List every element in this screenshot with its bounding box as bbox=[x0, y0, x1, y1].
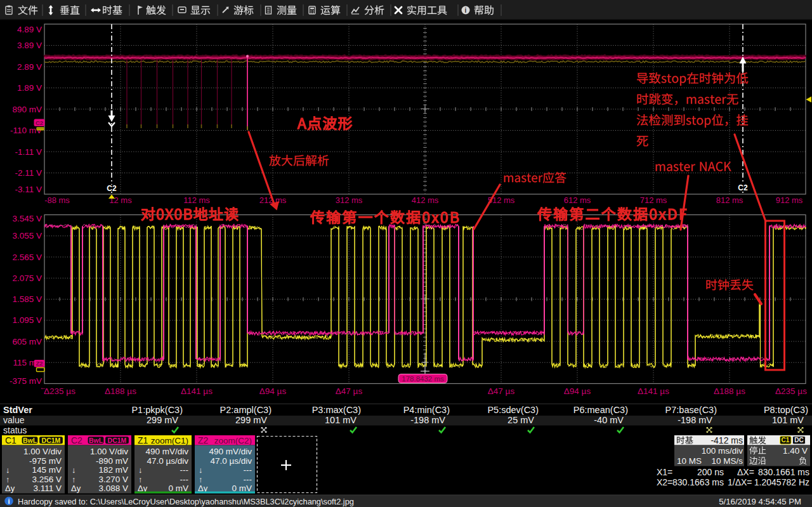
svg-text:1.00 V/div: 1.00 V/div bbox=[90, 447, 128, 456]
svg-text:i: i bbox=[465, 7, 467, 14]
svg-text:↑: ↑ bbox=[199, 475, 203, 484]
svg-text:C2: C2 bbox=[71, 435, 82, 445]
svg-text:P8:top(C3): P8:top(C3) bbox=[764, 405, 808, 415]
svg-text:↓: ↓ bbox=[72, 465, 76, 475]
svg-text:DC1M: DC1M bbox=[108, 437, 127, 444]
svg-text:-375 mV: -375 mV bbox=[10, 376, 42, 386]
svg-text:25 mV: 25 mV bbox=[508, 415, 534, 425]
svg-text:P2:ampl(C3): P2:ampl(C3) bbox=[220, 405, 272, 415]
svg-text:---: --- bbox=[244, 465, 252, 475]
svg-text:-1.11 V: -1.11 V bbox=[15, 147, 42, 157]
svg-text:P7:base(C3): P7:base(C3) bbox=[665, 405, 717, 415]
svg-text:2.565 V: 2.565 V bbox=[12, 253, 42, 262]
svg-text:47.0 µs/div: 47.0 µs/div bbox=[210, 456, 252, 466]
svg-text:ΔX=: ΔX= bbox=[737, 467, 754, 477]
svg-text:P3:max(C3): P3:max(C3) bbox=[312, 405, 361, 415]
svg-text:-412 ms: -412 ms bbox=[710, 435, 743, 445]
svg-text:Z1: Z1 bbox=[138, 435, 148, 445]
svg-text:Δ141 µs: Δ141 µs bbox=[638, 386, 669, 396]
svg-text:-88 ms: -88 ms bbox=[44, 195, 70, 205]
svg-text:-198 mV: -198 mV bbox=[410, 415, 445, 425]
svg-text:490 mV/div: 490 mV/div bbox=[145, 447, 188, 456]
svg-text:3.89 V: 3.89 V bbox=[17, 41, 42, 50]
svg-text:100 ms/div: 100 ms/div bbox=[702, 446, 743, 456]
svg-text:145 mV: 145 mV bbox=[32, 465, 62, 475]
svg-text:Δ235 µs: Δ235 µs bbox=[44, 386, 75, 396]
svg-text:605 mV: 605 mV bbox=[12, 337, 42, 346]
svg-text:BwL: BwL bbox=[89, 437, 103, 444]
svg-text:DC1M: DC1M bbox=[42, 437, 61, 444]
svg-text:Δ94 µs: Δ94 µs bbox=[259, 386, 287, 396]
svg-text:2.89 V: 2.89 V bbox=[17, 62, 42, 72]
svg-text:412 ms: 412 ms bbox=[412, 195, 439, 205]
svg-text:112 ms: 112 ms bbox=[183, 195, 210, 205]
svg-text:↑: ↑ bbox=[6, 475, 10, 484]
svg-text:912 ms: 912 ms bbox=[776, 195, 803, 205]
svg-text:Δ188 µs: Δ188 µs bbox=[105, 386, 136, 396]
svg-text:---: --- bbox=[180, 475, 189, 484]
svg-text:1.095 V: 1.095 V bbox=[12, 315, 42, 325]
svg-text:Δy: Δy bbox=[71, 484, 81, 493]
svg-text:312 ms: 312 ms bbox=[336, 195, 363, 205]
svg-text:-3.11 V: -3.11 V bbox=[15, 185, 42, 194]
svg-text:Δy: Δy bbox=[5, 484, 15, 493]
svg-text:Δ94 µs: Δ94 µs bbox=[564, 386, 591, 396]
svg-text:Δ47 µs: Δ47 µs bbox=[488, 386, 515, 396]
svg-text:1.40 V: 1.40 V bbox=[783, 446, 808, 456]
svg-text:1.00 V/div: 1.00 V/div bbox=[23, 447, 62, 456]
svg-text:3.055 V: 3.055 V bbox=[12, 231, 42, 240]
svg-text:i: i bbox=[8, 497, 10, 505]
svg-text:---: --- bbox=[180, 465, 189, 475]
svg-text:C1: C1 bbox=[782, 437, 790, 444]
svg-text:←: ← bbox=[40, 383, 47, 391]
svg-text:47.0 µs/div: 47.0 µs/div bbox=[147, 456, 188, 466]
svg-text:712 ms: 712 ms bbox=[640, 195, 667, 205]
svg-text:Δ47 µs: Δ47 µs bbox=[336, 386, 363, 396]
svg-text:812 ms: 812 ms bbox=[716, 195, 743, 205]
svg-text:299 mV: 299 mV bbox=[235, 415, 267, 425]
svg-text:status: status bbox=[3, 425, 27, 435]
svg-text:830.1663 ms: 830.1663 ms bbox=[672, 477, 724, 487]
svg-text:3.256 V: 3.256 V bbox=[32, 475, 62, 484]
svg-text:C2: C2 bbox=[36, 119, 43, 126]
svg-text:182 mV: 182 mV bbox=[98, 465, 128, 475]
svg-text:P1:pkpk(C3): P1:pkpk(C3) bbox=[131, 405, 183, 415]
svg-text:101 mV: 101 mV bbox=[325, 415, 357, 425]
svg-text:X2=: X2= bbox=[657, 477, 672, 487]
svg-text:3.088 V: 3.088 V bbox=[98, 484, 128, 493]
svg-text:StdVer: StdVer bbox=[3, 405, 32, 415]
svg-text:2.075 V: 2.075 V bbox=[12, 273, 42, 283]
svg-text:-975 mV: -975 mV bbox=[29, 456, 62, 466]
svg-text:↓: ↓ bbox=[6, 465, 10, 475]
svg-text:3.270 V: 3.270 V bbox=[98, 475, 128, 484]
svg-text:P6:mean(C3): P6:mean(C3) bbox=[573, 405, 628, 415]
svg-text:P5:sdev(C3): P5:sdev(C3) bbox=[487, 405, 539, 415]
svg-text:5/16/2019 4:54:45 PM: 5/16/2019 4:54:45 PM bbox=[719, 497, 801, 506]
svg-text:4.89 V: 4.89 V bbox=[17, 25, 42, 34]
svg-text:10 MS/s: 10 MS/s bbox=[711, 456, 743, 466]
svg-text:Δ235 µs: Δ235 µs bbox=[775, 386, 807, 396]
svg-text:-890 mV: -890 mV bbox=[96, 456, 128, 466]
svg-text:DC: DC bbox=[794, 437, 803, 444]
svg-text:↑: ↑ bbox=[138, 475, 143, 484]
svg-text:Z2: Z2 bbox=[36, 360, 43, 367]
svg-text:C2: C2 bbox=[107, 184, 117, 193]
svg-text:value: value bbox=[3, 415, 25, 425]
svg-text:zoom(C2): zoom(C2) bbox=[214, 436, 252, 445]
svg-text:178.8432 ms: 178.8432 ms bbox=[402, 375, 444, 383]
svg-text:Hardcopy saved to: C:\Users\Le: Hardcopy saved to: C:\Users\LeCroyUser\D… bbox=[18, 497, 354, 506]
svg-text:1.585 V: 1.585 V bbox=[12, 294, 42, 304]
svg-text:Δ188 µs: Δ188 µs bbox=[714, 386, 745, 396]
svg-text:-2.11 V: -2.11 V bbox=[15, 168, 42, 178]
svg-text:3.545 V: 3.545 V bbox=[12, 214, 42, 223]
svg-text:612 ms: 612 ms bbox=[564, 195, 591, 205]
svg-text:-110 mV: -110 mV bbox=[10, 126, 42, 135]
svg-text:490 mV/div: 490 mV/div bbox=[209, 447, 252, 456]
svg-text:830.1661 ms: 830.1661 ms bbox=[758, 467, 809, 477]
svg-text:299 mV: 299 mV bbox=[147, 415, 178, 425]
svg-text:---: --- bbox=[244, 475, 252, 484]
svg-text:200 ns: 200 ns bbox=[697, 467, 724, 477]
svg-text:P4:min(C3): P4:min(C3) bbox=[403, 405, 450, 415]
svg-text:1.2045782 Hz: 1.2045782 Hz bbox=[754, 477, 809, 487]
svg-text:1/ΔX=: 1/ΔX= bbox=[728, 477, 752, 487]
